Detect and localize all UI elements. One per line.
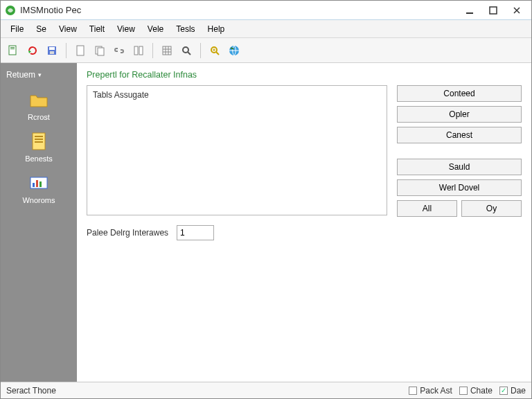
sidebar-header[interactable]: Retuem ▾ bbox=[1, 67, 77, 82]
menu-tielt[interactable]: Tielt bbox=[84, 22, 110, 36]
statusbar-right: Pack Ast Chate ✓ Dae bbox=[409, 386, 526, 396]
menu-help[interactable]: Help bbox=[202, 22, 231, 36]
maximize-button[interactable] bbox=[486, 4, 501, 17]
checkbox-label: Dae bbox=[511, 386, 526, 396]
menu-se[interactable]: Se bbox=[30, 22, 52, 36]
svg-rect-11 bbox=[98, 48, 104, 55]
sidebar-header-label: Retuem bbox=[6, 70, 35, 80]
globe-icon[interactable] bbox=[226, 42, 242, 59]
menubar: File Se View Tielt View Vele Tesls Help bbox=[1, 20, 531, 38]
field-label: Palee Delrg Interawes bbox=[87, 228, 168, 238]
svg-rect-14 bbox=[163, 46, 171, 55]
toolbar bbox=[1, 38, 531, 63]
split-icon[interactable] bbox=[130, 42, 147, 59]
menu-vele[interactable]: Vele bbox=[142, 22, 169, 36]
all-button[interactable]: All bbox=[397, 200, 457, 217]
svg-rect-20 bbox=[35, 139, 43, 140]
right-buttons: Conteed Opler Canest Sauld Werl Dovel Al… bbox=[397, 85, 522, 217]
sidebar-item-wnoroms[interactable]: Wnoroms bbox=[11, 172, 66, 204]
canest-button[interactable]: Canest bbox=[397, 127, 522, 143]
copy-icon[interactable] bbox=[91, 42, 108, 59]
svg-rect-19 bbox=[35, 136, 43, 137]
toolbar-separator bbox=[66, 43, 66, 58]
svg-rect-2 bbox=[490, 7, 497, 14]
svg-rect-12 bbox=[134, 46, 138, 55]
folder-icon bbox=[28, 89, 49, 110]
titlebar: IMSMnotio Pec bbox=[1, 1, 531, 20]
refresh-icon[interactable] bbox=[24, 42, 41, 59]
sidebar-item-label: Wnoroms bbox=[22, 196, 55, 204]
svg-rect-5 bbox=[10, 48, 15, 49]
window-controls bbox=[462, 4, 527, 17]
menu-tesls[interactable]: Tesls bbox=[170, 22, 200, 36]
checkbox-label: Chate bbox=[470, 386, 493, 396]
status-text: Seract Thone bbox=[6, 386, 409, 396]
wert-dovel-button[interactable]: Werl Dovel bbox=[397, 179, 522, 196]
search-icon[interactable] bbox=[178, 42, 195, 59]
svg-rect-25 bbox=[39, 181, 42, 187]
menu-view[interactable]: View bbox=[53, 22, 82, 36]
sheet-icon bbox=[28, 131, 49, 152]
save-icon[interactable] bbox=[44, 42, 60, 59]
sidebar-item-label: Benests bbox=[25, 154, 53, 163]
sidebar-item-label: Rcrost bbox=[28, 113, 50, 121]
chevron-down-icon: ▾ bbox=[38, 71, 42, 78]
svg-point-15 bbox=[183, 47, 188, 53]
main-panel: Prepertl for Recallater Infnas Tabls Ass… bbox=[77, 63, 531, 382]
grid-icon[interactable] bbox=[159, 42, 175, 59]
minimize-button[interactable] bbox=[462, 4, 477, 17]
window-title: IMSMnotio Pec bbox=[20, 5, 462, 15]
list-item[interactable]: Tabls Assugate bbox=[93, 90, 381, 100]
app-icon bbox=[5, 5, 16, 16]
page-icon[interactable] bbox=[72, 42, 89, 59]
toolbar-separator bbox=[200, 43, 201, 58]
dae-checkbox[interactable]: ✓ Dae bbox=[499, 386, 526, 396]
svg-rect-13 bbox=[139, 46, 143, 55]
interawes-input[interactable] bbox=[177, 225, 214, 240]
svg-rect-7 bbox=[49, 47, 55, 50]
sidebar-items: Rcrost Benests Wnoroms bbox=[11, 89, 66, 204]
pack-ast-checkbox[interactable]: Pack Ast bbox=[409, 386, 452, 396]
app-window: IMSMnotio Pec File Se View Tielt View Ve… bbox=[0, 0, 532, 399]
svg-rect-8 bbox=[50, 51, 54, 54]
new-doc-icon[interactable] bbox=[5, 42, 21, 59]
listbox[interactable]: Tabls Assugate bbox=[87, 85, 387, 215]
menu-file[interactable]: File bbox=[5, 22, 29, 36]
svg-rect-23 bbox=[33, 183, 35, 187]
svg-rect-24 bbox=[36, 180, 38, 187]
close-button[interactable] bbox=[509, 4, 524, 17]
chate-checkbox[interactable]: Chate bbox=[459, 386, 493, 396]
checkbox-icon bbox=[459, 387, 468, 395]
zoom-icon[interactable] bbox=[206, 42, 223, 59]
svg-rect-9 bbox=[77, 46, 84, 55]
checkbox-label: Pack Ast bbox=[420, 386, 452, 396]
checkbox-icon: ✓ bbox=[499, 387, 508, 395]
conteed-button[interactable]: Conteed bbox=[397, 85, 522, 102]
oy-button[interactable]: Oy bbox=[461, 200, 522, 217]
sidebar-item-benests[interactable]: Benests bbox=[11, 131, 66, 163]
chart-icon bbox=[28, 172, 49, 193]
sidebar-item-rcrost[interactable]: Rcrost bbox=[11, 89, 66, 121]
checkbox-icon bbox=[409, 387, 417, 395]
panel-row: Tabls Assugate Conteed Opler Canest Saul… bbox=[87, 85, 522, 217]
svg-rect-4 bbox=[10, 47, 15, 48]
svg-rect-1 bbox=[466, 12, 473, 14]
opler-button[interactable]: Opler bbox=[397, 106, 522, 123]
svg-rect-3 bbox=[9, 46, 16, 55]
link-icon[interactable] bbox=[111, 42, 127, 59]
menu-view2[interactable]: View bbox=[112, 22, 141, 36]
sidebar: Retuem ▾ Rcrost Benests Wnoroms bbox=[1, 63, 77, 382]
toolbar-separator bbox=[152, 43, 153, 58]
svg-rect-21 bbox=[35, 141, 43, 143]
panel-title: Prepertl for Recallater Infnas bbox=[87, 70, 522, 80]
statusbar: Seract Thone Pack Ast Chate ✓ Dae bbox=[1, 382, 531, 398]
field-row: Palee Delrg Interawes bbox=[87, 225, 522, 240]
sauid-button[interactable]: Sauld bbox=[397, 159, 522, 175]
body: Retuem ▾ Rcrost Benests Wnoroms Prepe bbox=[1, 63, 531, 382]
